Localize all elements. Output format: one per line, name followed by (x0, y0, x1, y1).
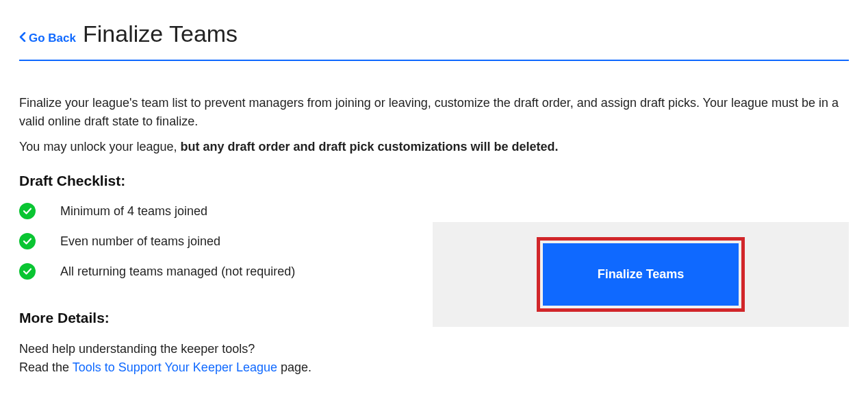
more-details-line1: Need help understanding the keeper tools… (19, 340, 433, 358)
check-icon (19, 233, 36, 249)
checklist: Minimum of 4 teams joined Even number of… (19, 203, 433, 280)
header-divider (19, 60, 849, 61)
action-panel: Finalize Teams (433, 222, 849, 327)
page-title: Finalize Teams (83, 21, 238, 47)
more-details-heading: More Details: (19, 310, 433, 326)
checklist-item-label: Minimum of 4 teams joined (60, 204, 207, 219)
intro-line2-prefix: You may unlock your league, (19, 140, 181, 154)
check-icon (19, 203, 36, 219)
more-details-prefix: Read the (19, 360, 73, 374)
checklist-heading: Draft Checklist: (19, 173, 433, 189)
keeper-league-link[interactable]: Tools to Support Your Keeper League (73, 360, 277, 374)
more-details-line2: Read the Tools to Support Your Keeper Le… (19, 358, 433, 377)
finalize-highlight: Finalize Teams (537, 237, 745, 312)
chevron-left-icon (19, 32, 26, 44)
check-icon (19, 263, 36, 280)
intro-text-1: Finalize your league's team list to prev… (19, 94, 849, 131)
more-details-suffix: page. (277, 360, 311, 374)
checklist-item: Even number of teams joined (19, 233, 433, 249)
finalize-teams-button[interactable]: Finalize Teams (543, 243, 739, 306)
intro-text-2: You may unlock your league, but any draf… (19, 138, 849, 156)
checklist-item: Minimum of 4 teams joined (19, 203, 433, 219)
go-back-link[interactable]: Go Back (19, 32, 76, 45)
checklist-item-label: Even number of teams joined (60, 234, 220, 249)
checklist-item: All returning teams managed (not require… (19, 263, 433, 280)
go-back-label: Go Back (29, 32, 76, 45)
checklist-item-label: All returning teams managed (not require… (60, 265, 295, 279)
intro-line2-bold: but any draft order and draft pick custo… (181, 140, 559, 154)
